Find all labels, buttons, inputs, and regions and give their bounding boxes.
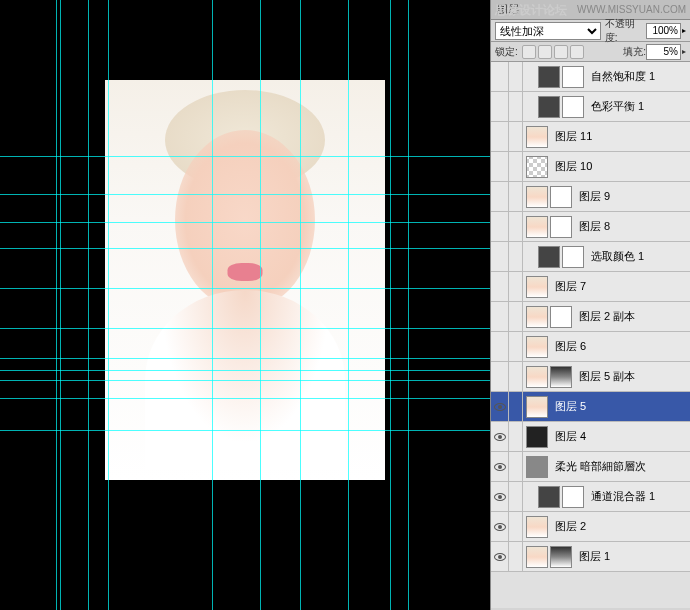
visibility-toggle[interactable]	[491, 272, 509, 301]
layer-name-label[interactable]: 选取颜色 1	[591, 249, 644, 264]
layer-row[interactable]: 自然饱和度 1	[491, 62, 690, 92]
layer-row[interactable]: 图层 11	[491, 122, 690, 152]
lock-transparent-icon[interactable]	[522, 45, 536, 59]
guide-horizontal[interactable]	[0, 430, 490, 431]
guide-horizontal[interactable]	[0, 358, 490, 359]
layer-thumbnail[interactable]	[526, 396, 548, 418]
layer-name-label[interactable]: 图层 7	[555, 279, 586, 294]
layer-row[interactable]: 图层 4	[491, 422, 690, 452]
layer-thumbnail[interactable]	[526, 216, 548, 238]
layer-thumbnail[interactable]	[562, 486, 584, 508]
lock-pixels-icon[interactable]	[538, 45, 552, 59]
layer-thumbnail[interactable]	[538, 66, 560, 88]
visibility-toggle[interactable]	[491, 302, 509, 331]
layer-thumbnail[interactable]	[538, 486, 560, 508]
layer-thumbnail[interactable]	[550, 546, 572, 568]
visibility-toggle[interactable]	[491, 152, 509, 181]
document-image[interactable]	[105, 80, 385, 480]
guide-vertical[interactable]	[60, 0, 61, 610]
layer-row[interactable]: 图层 9	[491, 182, 690, 212]
layer-name-label[interactable]: 图层 10	[555, 159, 592, 174]
visibility-toggle[interactable]	[491, 122, 509, 151]
visibility-toggle[interactable]	[491, 212, 509, 241]
layers-list[interactable]: 自然饱和度 1色彩平衡 1图层 11图层 10图层 9图层 8选取颜色 1图层 …	[491, 62, 690, 608]
layer-thumbnail[interactable]	[526, 306, 548, 328]
layer-row[interactable]: 图层 10	[491, 152, 690, 182]
visibility-toggle[interactable]	[491, 542, 509, 571]
layer-name-label[interactable]: 色彩平衡 1	[591, 99, 644, 114]
layer-thumbnail[interactable]	[550, 366, 572, 388]
layer-thumbnail[interactable]	[538, 246, 560, 268]
guide-horizontal[interactable]	[0, 194, 490, 195]
visibility-toggle[interactable]	[491, 482, 509, 511]
layer-thumbnail[interactable]	[526, 336, 548, 358]
layer-row[interactable]: 通道混合器 1	[491, 482, 690, 512]
guide-horizontal[interactable]	[0, 248, 490, 249]
layer-thumbnail[interactable]	[550, 306, 572, 328]
visibility-toggle[interactable]	[491, 92, 509, 121]
layer-thumbnail[interactable]	[526, 456, 548, 478]
fill-arrow-icon[interactable]: ▸	[682, 47, 686, 56]
visibility-toggle[interactable]	[491, 332, 509, 361]
visibility-toggle[interactable]	[491, 182, 509, 211]
layer-name-label[interactable]: 图层 2	[555, 519, 586, 534]
guide-horizontal[interactable]	[0, 156, 490, 157]
layer-name-label[interactable]: 图层 11	[555, 129, 592, 144]
opacity-arrow-icon[interactable]: ▸	[682, 26, 686, 35]
layer-name-label[interactable]: 通道混合器 1	[591, 489, 655, 504]
layer-row[interactable]: 图层 1	[491, 542, 690, 572]
layer-name-label[interactable]: 图层 2 副本	[579, 309, 635, 324]
guide-horizontal[interactable]	[0, 222, 490, 223]
layer-row[interactable]: 图层 5 副本	[491, 362, 690, 392]
visibility-toggle[interactable]	[491, 512, 509, 541]
visibility-toggle[interactable]	[491, 362, 509, 391]
layer-thumbnail[interactable]	[526, 516, 548, 538]
layer-row[interactable]: 图层 2	[491, 512, 690, 542]
layer-name-label[interactable]: 图层 8	[579, 219, 610, 234]
guide-vertical[interactable]	[212, 0, 213, 610]
layer-thumbnail[interactable]	[538, 96, 560, 118]
layer-name-label[interactable]: 图层 6	[555, 339, 586, 354]
guide-vertical[interactable]	[348, 0, 349, 610]
guide-horizontal[interactable]	[0, 370, 490, 371]
guide-vertical[interactable]	[390, 0, 391, 610]
layer-row[interactable]: 选取颜色 1	[491, 242, 690, 272]
opacity-input[interactable]	[646, 23, 681, 39]
visibility-toggle[interactable]	[491, 422, 509, 451]
layer-thumbnail[interactable]	[526, 126, 548, 148]
layer-thumbnail[interactable]	[526, 276, 548, 298]
layer-row[interactable]: 柔光 暗部細節層次	[491, 452, 690, 482]
guide-vertical[interactable]	[56, 0, 57, 610]
layer-thumbnail[interactable]	[562, 246, 584, 268]
canvas-area[interactable]	[0, 0, 490, 610]
layer-name-label[interactable]: 图层 5 副本	[579, 369, 635, 384]
layer-thumbnail[interactable]	[526, 156, 548, 178]
layer-row[interactable]: 图层 8	[491, 212, 690, 242]
visibility-toggle[interactable]	[491, 242, 509, 271]
layer-thumbnail[interactable]	[562, 66, 584, 88]
visibility-toggle[interactable]	[491, 62, 509, 91]
layer-thumbnail[interactable]	[526, 186, 548, 208]
layer-thumbnail[interactable]	[526, 366, 548, 388]
layer-thumbnail[interactable]	[526, 426, 548, 448]
guide-vertical[interactable]	[300, 0, 301, 610]
layer-row[interactable]: 图层 6	[491, 332, 690, 362]
lock-position-icon[interactable]	[554, 45, 568, 59]
layer-row[interactable]: 色彩平衡 1	[491, 92, 690, 122]
guide-horizontal[interactable]	[0, 288, 490, 289]
layer-name-label[interactable]: 图层 5	[555, 399, 586, 414]
layer-row[interactable]: 图层 7	[491, 272, 690, 302]
lock-all-icon[interactable]	[570, 45, 584, 59]
layer-name-label[interactable]: 自然饱和度 1	[591, 69, 655, 84]
layer-name-label[interactable]: 图层 1	[579, 549, 610, 564]
guide-vertical[interactable]	[260, 0, 261, 610]
guide-horizontal[interactable]	[0, 328, 490, 329]
layer-row[interactable]: 图层 2 副本	[491, 302, 690, 332]
guide-horizontal[interactable]	[0, 380, 490, 381]
layer-thumbnail[interactable]	[562, 96, 584, 118]
layer-row[interactable]: 图层 5	[491, 392, 690, 422]
guide-vertical[interactable]	[88, 0, 89, 610]
layer-name-label[interactable]: 图层 4	[555, 429, 586, 444]
guide-horizontal[interactable]	[0, 398, 490, 399]
layer-thumbnail[interactable]	[526, 546, 548, 568]
